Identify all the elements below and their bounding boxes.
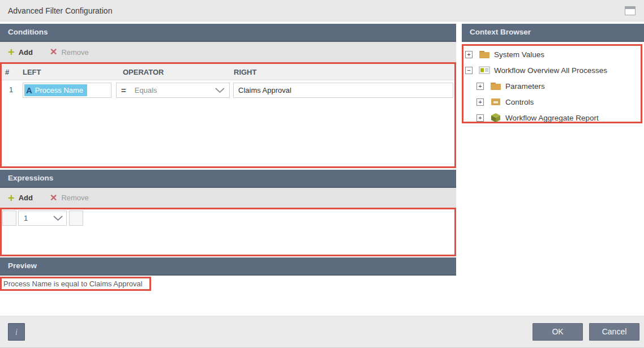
preview-text-annotation-box: Process Name is equal to Claims Approval (0, 277, 151, 291)
tree-item-label: Workflow Aggregate Report (505, 114, 599, 122)
tree-item-label: Workflow Overview All Processes (494, 66, 607, 75)
expressions-section-header: Expressions (0, 170, 456, 188)
equals-operator-icon: = (121, 85, 126, 95)
conditions-toolbar: + Add ✕ Remove (0, 42, 456, 62)
context-browser-header: Context Browser (462, 24, 644, 42)
left-field-value: Process Name (35, 86, 83, 94)
dialog-title: Advanced Filter Configuration (8, 0, 112, 22)
conditions-grid-header: # LEFT OPERATOR RIGHT (2, 64, 454, 80)
maximize-window-icon[interactable] (625, 6, 636, 15)
expression-order-dropdown[interactable]: 1 (18, 210, 67, 226)
column-header-operator: OPERATOR (123, 64, 164, 80)
add-button-label: Add (19, 48, 33, 57)
folder-icon (479, 49, 490, 59)
preview-text: Process Name is equal to Claims Approval (2, 278, 149, 289)
expressions-remove-button[interactable]: ✕ Remove (50, 193, 89, 203)
expressions-toolbar: + Add ✕ Remove (0, 188, 456, 208)
column-header-right: RIGHT (234, 64, 256, 80)
remove-cross-icon: ✕ (50, 193, 57, 203)
column-header-num: # (5, 64, 9, 80)
conditions-grid-annotation-box: # LEFT OPERATOR RIGHT 1 A Process Name =… (0, 62, 456, 168)
collapse-minus-icon[interactable]: − (465, 67, 473, 74)
cancel-button[interactable]: Cancel (589, 323, 639, 341)
expressions-add-button[interactable]: + Add (8, 193, 33, 203)
controls-icon (490, 97, 501, 107)
info-button[interactable]: i (8, 323, 25, 341)
operator-dropdown[interactable]: = Equals (116, 83, 230, 98)
conditions-remove-button[interactable]: ✕ Remove (50, 47, 89, 57)
condition-row-number: 1 (9, 80, 13, 100)
add-plus-icon: + (8, 47, 15, 57)
expand-plus-icon[interactable]: + (476, 98, 484, 106)
smartobject-icon (479, 65, 490, 75)
expressions-grid-annotation-box: 1 (0, 208, 456, 256)
ok-button-label: OK (552, 327, 563, 336)
preview-header-label: Preview (8, 261, 37, 270)
tree-item-workflow-aggregate-report[interactable]: + Workflow Aggregate Report (463, 110, 641, 126)
tree-item-parameters[interactable]: + Parameters (463, 78, 641, 94)
add-button-label: Add (19, 194, 33, 202)
expression-left-cell[interactable] (2, 210, 16, 226)
add-plus-icon: + (8, 193, 15, 203)
tree-item-label: System Values (494, 50, 544, 59)
remove-cross-icon: ✕ (50, 47, 57, 57)
conditions-add-button[interactable]: + Add (8, 47, 33, 57)
condition-left-field[interactable]: A Process Name (23, 83, 111, 98)
expand-plus-icon[interactable]: + (476, 83, 484, 90)
expression-right-cell[interactable] (69, 210, 83, 226)
chevron-down-icon (215, 88, 225, 93)
remove-button-label: Remove (61, 48, 88, 57)
folder-icon (490, 81, 501, 91)
expand-plus-icon[interactable]: + (465, 51, 473, 58)
condition-right-field[interactable]: Claims Approval (233, 83, 453, 98)
expressions-header-label: Expressions (8, 174, 53, 182)
cube-icon (490, 113, 501, 123)
expand-plus-icon[interactable]: + (476, 114, 484, 122)
context-browser-header-label: Context Browser (470, 28, 531, 36)
process-name-token[interactable]: A Process Name (24, 84, 87, 96)
remove-button-label: Remove (61, 194, 88, 202)
expression-order-value: 1 (24, 214, 53, 222)
tree-item-workflow-overview[interactable]: − Workflow Overview All Processes (463, 62, 641, 78)
cancel-button-label: Cancel (602, 327, 627, 336)
column-header-left: LEFT (23, 64, 41, 80)
advanced-filter-dialog: Advanced Filter Configuration Conditions… (0, 0, 644, 348)
context-browser-tree-annotation-box: + System Values − Workflow Overview All … (462, 44, 642, 123)
preview-section-header: Preview (0, 257, 456, 276)
operator-value: Equals (135, 86, 215, 94)
dialog-footer: i OK Cancel (0, 316, 644, 348)
tree-item-label: Parameters (505, 82, 545, 91)
chevron-down-icon (53, 216, 63, 221)
right-field-value: Claims Approval (238, 86, 291, 94)
text-type-icon: A (26, 85, 32, 95)
info-icon: i (15, 327, 18, 337)
dialog-titlebar: Advanced Filter Configuration (0, 0, 644, 22)
conditions-header-label: Conditions (8, 28, 48, 36)
tree-item-system-values[interactable]: + System Values (463, 46, 641, 62)
tree-item-controls[interactable]: + Controls (463, 94, 641, 110)
conditions-section-header: Conditions (0, 24, 456, 42)
tree-item-label: Controls (505, 98, 534, 106)
ok-button[interactable]: OK (533, 323, 583, 341)
